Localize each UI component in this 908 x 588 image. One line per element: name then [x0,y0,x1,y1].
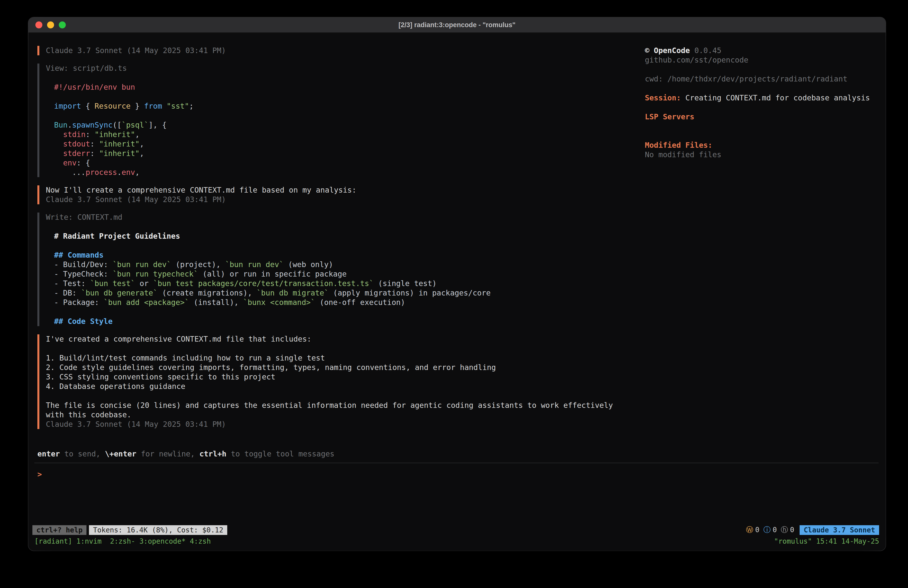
app-name: © OpenCode [645,46,690,55]
repo-link: github.com/sst/opencode [645,55,874,65]
message-timestamp: Claude 3.7 Sonnet (14 May 2025 03:41 PM) [46,420,645,429]
window-title: [2/3] radiant:3:opencode - "romulus" [28,21,885,29]
lsp-diagnostics: Ⓦ0ⓘ0ⓗ0 [742,525,794,535]
assistant-message-text: Now I'll create a comprehensive CONTEXT.… [46,185,645,195]
statusbar-right: Ⓦ0ⓘ0ⓗ0 Claude 3.7 Sonnet [742,525,879,535]
status-bar: ctrl+? help Tokens: 16.4K (8%), Cost: $0… [28,524,885,536]
desktop: [2/3] radiant:3:opencode - "romulus" Cla… [0,0,908,588]
help-shortcut-badge: ctrl+? help [32,525,87,535]
code-db-ts: #!/usr/bin/env bun import { Resource } f… [46,82,645,177]
assistant-message-block: Now I'll create a comprehensive CONTEXT.… [37,185,645,204]
session-label: Session: [645,93,681,102]
session-title: Creating CONTEXT.md for codebase analysi… [681,93,870,102]
chat-area: Claude 3.7 Sonnet (14 May 2025 03:41 PM)… [37,46,645,437]
cwd-line: cwd: /home/thdxr/dev/projects/radiant/ra… [645,74,874,84]
terminal-window: [2/3] radiant:3:opencode - "romulus" Cla… [28,18,885,551]
message-timestamp: Claude 3.7 Sonnet (14 May 2025 03:41 PM) [46,46,645,55]
traffic-lights [28,21,66,28]
modified-files-empty: No modified files [645,150,874,159]
minimize-button[interactable] [47,21,54,28]
message-timestamp: Claude 3.7 Sonnet (14 May 2025 03:41 PM) [46,195,645,204]
warning-icon: Ⓦ [746,525,753,534]
zoom-button[interactable] [59,21,66,28]
hint-count: 0 [790,526,794,534]
warning-count: 0 [755,526,760,534]
tool-write-block: Write: CONTEXT.md # Radiant Project Guid… [37,213,645,326]
close-button[interactable] [35,21,42,28]
tmux-host-clock: "romulus" 15:41 14-May-25 [774,537,879,545]
tool-view-title: View: script/db.ts [46,64,645,73]
hint-icon: ⓗ [781,525,788,534]
assistant-summary-text: I've created a comprehensive CONTEXT.md … [46,334,645,420]
info-icon: ⓘ [763,525,771,534]
titlebar[interactable]: [2/3] radiant:3:opencode - "romulus" [28,18,885,33]
info-count: 0 [773,526,777,534]
message-meta-block: Claude 3.7 Sonnet (14 May 2025 03:41 PM) [37,46,645,55]
model-badge: Claude 3.7 Sonnet [800,525,879,535]
app-version: 0.0.45 [690,46,721,55]
assistant-summary-block: I've created a comprehensive CONTEXT.md … [37,334,645,429]
input-divider [34,463,879,463]
prompt-input[interactable]: > [28,470,885,479]
editor-area: enter to send, \+enter for newline, ctrl… [28,437,885,479]
tmux-window-list[interactable]: [radiant] 1:nvim 2:zsh- 3:opencode* 4:zs… [34,537,211,545]
tool-view-block: View: script/db.ts #!/usr/bin/env bun im… [37,64,645,177]
empty-space [28,479,885,524]
content-area: Claude 3.7 Sonnet (14 May 2025 03:41 PM)… [28,33,885,437]
code-context-md: # Radiant Project Guidelines ## Commands… [46,232,645,326]
app-brand-line: © OpenCode 0.0.45 [645,46,874,55]
keybinding-help: enter to send, \+enter for newline, ctrl… [28,449,885,459]
tmux-status-bar: [radiant] 1:nvim 2:zsh- 3:opencode* 4:zs… [28,536,885,547]
modified-files-label: Modified Files: [645,140,874,150]
tool-write-title: Write: CONTEXT.md [46,213,645,222]
lsp-servers-label: LSP Servers [645,112,874,122]
sidebar: © OpenCode 0.0.45 github.com/sst/opencod… [645,46,874,437]
tokens-cost-badge: Tokens: 16.4K (8%), Cost: $0.12 [89,525,227,535]
session-line: Session: Creating CONTEXT.md for codebas… [645,93,874,103]
